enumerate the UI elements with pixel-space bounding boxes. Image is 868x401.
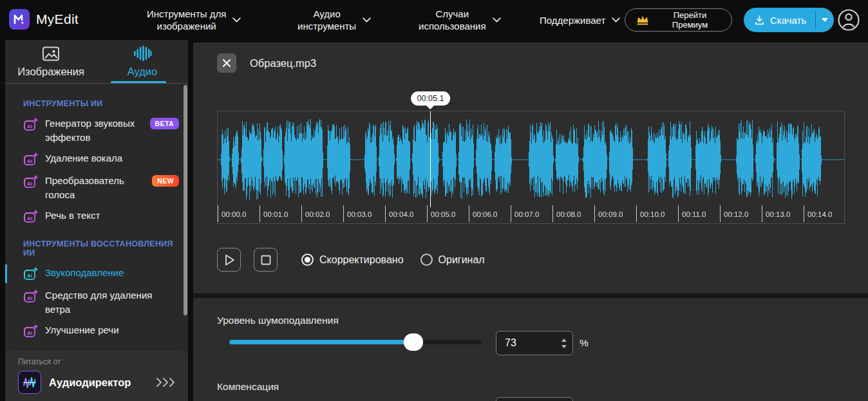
- image-icon: [42, 46, 60, 62]
- sidebar-item-speech-enhancement[interactable]: AI Улучшение речи: [18, 321, 179, 341]
- tab-images-label: Изображения: [17, 66, 84, 78]
- sidebar-tabs: Изображения Аудио: [5, 40, 188, 84]
- preview-mode-radios: Скорректировано Оригинал: [301, 248, 485, 272]
- svg-text:AI: AI: [27, 273, 32, 279]
- number-spinners: [556, 339, 572, 348]
- brand[interactable]: MyEdit: [9, 9, 79, 30]
- play-button[interactable]: [217, 248, 241, 272]
- compensation-input-box[interactable]: [496, 397, 573, 401]
- section-title-ai-tools: ИНСТРУМЕНТЫ ИИ: [23, 99, 179, 108]
- myedit-logo-icon: [9, 9, 30, 30]
- stop-icon: [258, 252, 274, 268]
- svg-text:AI: AI: [27, 181, 32, 187]
- slider-handle[interactable]: [404, 333, 423, 351]
- waveform-canvas[interactable]: [218, 113, 844, 207]
- brand-name: MyEdit: [36, 12, 79, 27]
- sidebar-item-label: Преобразователь голоса: [45, 174, 146, 202]
- nav-use-cases-label: Случаииспользования: [419, 8, 486, 32]
- original-radio-label: Оригинал: [439, 254, 485, 266]
- ai-sparkle-icon: AI: [23, 289, 39, 304]
- tab-audio-label: Аудио: [127, 66, 158, 78]
- playhead-time-tooltip: 00:05.1: [411, 91, 451, 106]
- tab-audio[interactable]: Аудио: [97, 40, 188, 83]
- sidebar-item-label: Звукоподавление: [45, 266, 179, 280]
- download-button[interactable]: Скачать: [744, 8, 815, 32]
- waveform-container[interactable]: 00:00.000:01.000:02.000:03.000:04.000:05…: [217, 111, 845, 224]
- download-label: Скачать: [770, 15, 806, 26]
- play-icon: [221, 252, 238, 268]
- timeline-tick: 00:05.0: [427, 205, 455, 222]
- timeline-tick: 00:11.0: [678, 205, 706, 222]
- radio-selected-icon[interactable]: [301, 254, 314, 266]
- sidebar-item-label: Средство для удаления ветра: [45, 288, 179, 317]
- top-navbar: MyEdit Инструменты дляизображений Аудиои…: [0, 0, 868, 40]
- sidebar-item-voice-changer[interactable]: AI Преобразователь голоса NEW: [18, 172, 179, 204]
- sidebar-item-label: Речь в текст: [45, 209, 179, 223]
- svg-text:AI: AI: [27, 295, 32, 301]
- audiodirector-label: Аудиодиректор: [49, 377, 148, 389]
- audio-wave-icon: [133, 45, 152, 62]
- ai-sparkle-icon: AI: [23, 117, 39, 133]
- timeline-tick: 00:06.0: [469, 205, 497, 222]
- section-divider: [193, 294, 868, 298]
- noise-level-slider[interactable]: [229, 340, 482, 344]
- editor-panel: Образец.mp3 00:05.1 00:00.000:01.000:02.…: [193, 42, 868, 401]
- download-icon: [754, 15, 765, 26]
- close-file-button[interactable]: [217, 53, 236, 73]
- adjusted-radio-label: Скорректировано: [319, 254, 404, 266]
- new-badge: NEW: [152, 175, 179, 187]
- noise-level-label: Уровень шумоподавления: [217, 315, 339, 326]
- timeline-tick: 00:04.0: [385, 205, 413, 222]
- svg-text:AI: AI: [27, 330, 32, 336]
- file-name: Образец.mp3: [250, 57, 316, 70]
- audiodirector-link[interactable]: Аудиодиректор: [18, 371, 178, 394]
- chevron-down-icon: [612, 17, 620, 23]
- svg-text:AI: AI: [27, 124, 32, 129]
- close-icon: [222, 59, 231, 68]
- nav-image-tools-label: Инструменты дляизображений: [147, 8, 226, 32]
- slider-fill: [229, 340, 413, 344]
- sidebar-item-noise-reduction[interactable]: AI Звукоподавление: [18, 264, 179, 284]
- svg-text:AI: AI: [27, 216, 32, 221]
- download-options-button[interactable]: [816, 8, 834, 32]
- adjusted-radio-option[interactable]: Скорректировано: [301, 254, 404, 266]
- spinner-down-icon[interactable]: [561, 345, 567, 348]
- sidebar-item-wind-removal[interactable]: AI Средство для удаления ветра: [18, 286, 179, 319]
- crown-icon: [636, 14, 650, 26]
- sidebar-item-vocal-removal[interactable]: AI Удаление вокала: [18, 149, 179, 169]
- section-title-restore-tools: ИНСТРУМЕНТЫ ВОССТАНОВЛЕНИЯ ИИ: [23, 239, 179, 257]
- sidebar-item-sfx-generator[interactable]: AI Генератор звуковых эффектов BETA: [18, 115, 179, 147]
- ai-sparkle-icon: AI: [23, 152, 39, 167]
- caret-down-icon: [822, 18, 828, 22]
- radio-unselected-icon[interactable]: [420, 254, 433, 266]
- sidebar: Изображения Аудио ИНСТРУМЕНТЫ ИИ AI Гене…: [5, 40, 188, 401]
- timeline-tick: 00:13.0: [762, 205, 790, 222]
- noise-level-input[interactable]: [496, 337, 556, 349]
- active-tab-underline: [111, 81, 166, 83]
- sidebar-item-label: Улучшение речи: [45, 323, 179, 337]
- user-icon: [837, 8, 860, 32]
- triple-chevron-icon: [156, 377, 178, 387]
- chevron-down-icon: [232, 17, 241, 23]
- chevron-down-icon: [363, 17, 371, 23]
- sidebar-scrollbar[interactable]: [184, 85, 187, 315]
- stop-button[interactable]: [254, 248, 278, 272]
- timeline-tick: 00:02.0: [301, 205, 330, 222]
- playhead-line[interactable]: [430, 111, 431, 207]
- download-split-button: Скачать: [744, 8, 834, 32]
- nav-supports[interactable]: Поддерживает: [540, 4, 620, 36]
- nav-audio-tools-label: Аудиоинструменты: [297, 8, 356, 32]
- account-button[interactable]: [837, 8, 860, 34]
- nav-use-cases[interactable]: Случаииспользования: [419, 4, 501, 36]
- nav-audio-tools[interactable]: Аудиоинструменты: [297, 4, 371, 36]
- original-radio-option[interactable]: Оригинал: [420, 254, 485, 266]
- timeline-tick: 00:03.0: [343, 205, 372, 222]
- nav-image-tools[interactable]: Инструменты дляизображений: [147, 4, 241, 36]
- timeline-tick: 00:12.0: [720, 205, 748, 222]
- sidebar-item-speech-to-text[interactable]: AI Речь в текст: [18, 207, 179, 227]
- beta-badge: BETA: [150, 118, 179, 129]
- spinner-up-icon[interactable]: [561, 339, 567, 342]
- go-premium-button[interactable]: ПерейтиПремиум: [625, 8, 732, 32]
- tab-images[interactable]: Изображения: [5, 40, 97, 83]
- sidebar-item-label: Генератор звуковых эффектов: [45, 117, 144, 145]
